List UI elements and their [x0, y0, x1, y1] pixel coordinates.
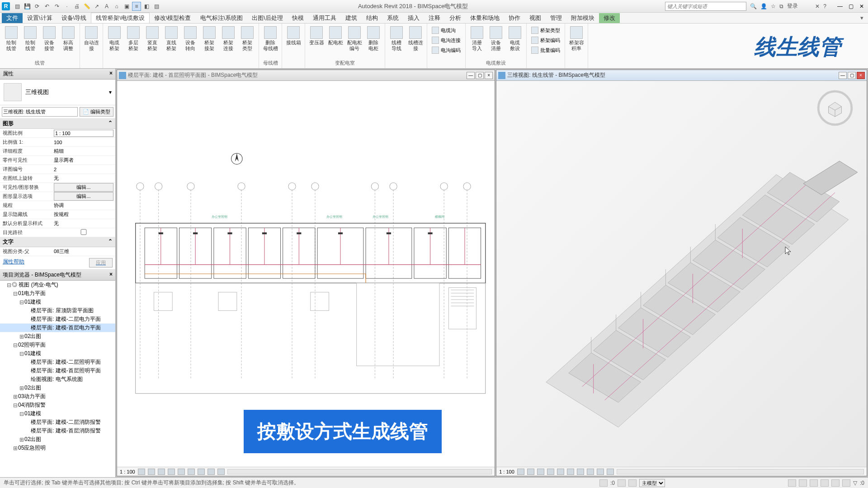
- reveal-hidden-icon[interactable]: [217, 469, 225, 475]
- tree-toggle-icon[interactable]: ⊞: [19, 385, 24, 391]
- ribbon-button[interactable]: 设备接管: [41, 25, 58, 52]
- tab-10[interactable]: 系统: [382, 13, 403, 23]
- property-value[interactable]: 无: [52, 220, 115, 227]
- undo-icon[interactable]: ↶: [42, 2, 52, 11]
- tab-11[interactable]: 插入: [403, 13, 424, 23]
- tree-item[interactable]: 楼层平面: 建模-首层照明平面: [0, 366, 115, 375]
- sun-path-icon[interactable]: [537, 469, 544, 475]
- thin-lines-icon[interactable]: ≡: [132, 2, 141, 11]
- select-links-icon[interactable]: [788, 479, 796, 487]
- ribbon-button[interactable]: 竖直桥架: [144, 25, 161, 52]
- tree-item[interactable]: ⊞02出图: [0, 435, 115, 444]
- tab-12[interactable]: 注释: [424, 13, 445, 23]
- ribbon-button-small[interactable]: 电沟编码: [430, 45, 462, 55]
- shadows-icon[interactable]: [547, 469, 554, 475]
- ribbon-button[interactable]: 设备清册: [487, 25, 505, 52]
- close-button[interactable]: ✕: [857, 3, 866, 9]
- redo-icon[interactable]: ↷: [52, 2, 61, 11]
- ribbon-button-small[interactable]: 桥架编码: [529, 35, 562, 45]
- prop-section-text[interactable]: 文字⌃: [0, 237, 115, 247]
- ribbon-button-small[interactable]: 电沟连接: [430, 35, 462, 45]
- ribbon-button-small[interactable]: 桥架类型: [529, 25, 562, 35]
- main-model-select[interactable]: 主模型: [639, 479, 665, 487]
- edit-type-button[interactable]: 📄 编辑类型: [80, 107, 113, 117]
- tab-8[interactable]: 建筑: [341, 13, 362, 23]
- ribbon-button-small[interactable]: 电缆沟: [430, 25, 462, 35]
- tree-item[interactable]: ⊞05应急照明: [0, 444, 115, 452]
- rendering-icon[interactable]: [557, 469, 564, 475]
- tab-15[interactable]: 协作: [504, 13, 525, 23]
- viewcube[interactable]: [817, 90, 853, 126]
- ribbon-button[interactable]: 线槽连接: [407, 25, 424, 52]
- tree-item[interactable]: ⊟01电力平面: [0, 289, 115, 298]
- tab-16[interactable]: 视图: [525, 13, 546, 23]
- apply-button[interactable]: 应用: [89, 258, 113, 267]
- tree-item[interactable]: ⊞03动力平面: [0, 392, 115, 401]
- property-value[interactable]: 2: [52, 167, 115, 172]
- prop-section-graphics[interactable]: 图形⌃: [0, 119, 115, 129]
- property-value[interactable]: [52, 229, 115, 236]
- ribbon-button[interactable]: 接线箱: [285, 25, 302, 47]
- ribbon-button[interactable]: 桥架连接: [220, 25, 237, 52]
- crop-region-icon[interactable]: [198, 469, 205, 475]
- tab-3[interactable]: 修改\模型检查: [150, 13, 196, 23]
- section-icon[interactable]: ▣: [122, 2, 131, 11]
- tree-item[interactable]: ⊟01建模: [0, 298, 115, 306]
- ribbon-button[interactable]: 清册导入: [468, 25, 486, 52]
- ribbon-button[interactable]: 线槽导线: [388, 25, 405, 52]
- favorites-icon[interactable]: ☆: [771, 3, 776, 9]
- tree-item[interactable]: 楼层平面: 建模-首层电力平面: [0, 324, 115, 332]
- select-underlay-icon[interactable]: [799, 479, 807, 487]
- property-value[interactable]: 编辑...: [52, 183, 115, 192]
- tree-item[interactable]: 绘图视图: 电气系统图: [0, 375, 115, 384]
- browser-close-icon[interactable]: ×: [109, 271, 113, 279]
- tab-file[interactable]: 文件: [2, 13, 23, 23]
- property-value[interactable]: 按规程: [52, 211, 115, 218]
- tree-toggle-icon[interactable]: ⊟: [19, 351, 24, 357]
- tree-toggle-icon[interactable]: ⊟: [13, 402, 18, 408]
- property-value[interactable]: 协调: [52, 202, 115, 209]
- app-store-icon[interactable]: ⧉: [779, 3, 783, 9]
- shadows-icon[interactable]: [168, 469, 175, 475]
- tree-item[interactable]: ⊟01建模: [0, 409, 115, 418]
- view-minimize-button[interactable]: —: [467, 72, 475, 79]
- properties-help-link[interactable]: 属性帮助: [3, 258, 24, 267]
- ribbon-button[interactable]: 删除电柜: [365, 25, 382, 52]
- crop-region-icon[interactable]: [577, 469, 584, 475]
- detail-level-icon[interactable]: [517, 469, 524, 475]
- ribbon-button-small[interactable]: 批量编码: [529, 45, 562, 55]
- tree-item[interactable]: ⊟02照明平面: [0, 341, 115, 349]
- ribbon-button[interactable]: 配电柜编号: [346, 25, 363, 52]
- ribbon-button[interactable]: 变压器: [308, 25, 325, 52]
- ribbon-button[interactable]: 桥架接架: [201, 25, 218, 52]
- tab-14[interactable]: 体量和场地: [466, 13, 504, 23]
- ribbon-button[interactable]: 桥架容积率: [568, 25, 585, 52]
- tab-17[interactable]: 管理: [546, 13, 566, 23]
- ribbon-button[interactable]: 配电柜: [327, 25, 344, 52]
- tab-0[interactable]: 设置\计算: [23, 13, 57, 23]
- ribbon-button[interactable]: 标高调整: [60, 25, 77, 52]
- view-close-button[interactable]: ×: [485, 72, 493, 79]
- open-icon[interactable]: ▤: [13, 2, 22, 11]
- sync-icon[interactable]: ⟳: [33, 2, 42, 11]
- tree-item[interactable]: 楼层平面: 建模-二层照明平面: [0, 358, 115, 366]
- align-icon[interactable]: ↗: [92, 2, 101, 11]
- tree-toggle-icon[interactable]: ⊞: [19, 333, 24, 340]
- drag-elements-icon[interactable]: [831, 479, 840, 487]
- tree-toggle-icon[interactable]: ⊟: [6, 282, 12, 288]
- search-input[interactable]: [665, 2, 746, 11]
- tree-item[interactable]: 楼层平面: 屋顶防雷平面图: [0, 306, 115, 315]
- property-value[interactable]: 100: [52, 140, 115, 145]
- ribbon-button[interactable]: 电缆敷设: [506, 25, 524, 52]
- tree-item[interactable]: 楼层平面: 建模-二层电力平面: [0, 315, 115, 324]
- section-collapse-icon[interactable]: ⌃: [108, 120, 113, 127]
- close-hidden-icon[interactable]: ◧: [142, 2, 151, 11]
- property-value[interactable]: 08三维: [52, 248, 115, 255]
- properties-close-icon[interactable]: ×: [109, 70, 113, 78]
- 3d-icon[interactable]: ⌂: [112, 2, 121, 11]
- tab-4[interactable]: 电气标注\系统图: [196, 13, 248, 23]
- visual-style-icon[interactable]: [527, 469, 534, 475]
- tab-1[interactable]: 设备\导线: [57, 13, 91, 23]
- view-maximize-button[interactable]: ▢: [848, 72, 856, 79]
- rendering-icon[interactable]: [178, 469, 185, 475]
